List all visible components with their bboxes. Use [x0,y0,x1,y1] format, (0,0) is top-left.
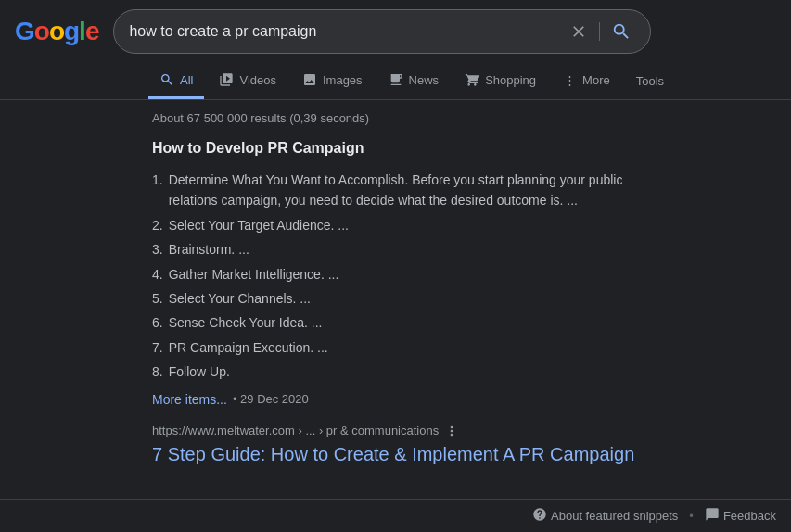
about-snippets-label: About featured snippets [551,509,678,523]
question-icon [532,507,547,525]
more-items-row: More items... • 29 Dec 2020 [152,392,639,407]
tab-images-label: Images [323,73,363,87]
list-item: 7. PR Campaign Execution. ... [152,336,639,360]
result-url: https://www.meltwater.com › ... › pr & c… [152,424,439,437]
list-item: 8. Follow Up. [152,360,639,384]
feedback-link[interactable]: Feedback [705,507,776,525]
search-button[interactable] [607,18,635,45]
list-item: 2. Select Your Target Audience. ... [152,213,639,237]
search-divider [599,22,600,41]
result-url-row: https://www.meltwater.com › ... › pr & c… [152,422,639,440]
videos-icon [219,72,234,87]
list-item: 3. Brainstorm. ... [152,237,639,261]
google-logo: Google [15,17,98,46]
snippet-list: 1. Determine What You Want to Accomplish… [152,168,639,385]
result-more-icon [444,424,459,438]
results-count: About 67 500 000 results (0,39 seconds) [152,111,639,125]
tab-more[interactable]: ⋮ More [551,63,621,99]
images-icon [302,72,317,87]
list-item: 5. Select Your Channels. ... [152,286,639,310]
snippet-date: • 29 Dec 2020 [233,392,309,406]
clear-icon [569,22,588,41]
tab-shopping-label: Shopping [485,73,536,87]
nav-tabs: All Videos Images News Shopp [0,63,791,100]
search-bar [113,9,651,54]
tab-shopping[interactable]: Shopping [453,63,547,99]
tab-all[interactable]: All [148,63,204,99]
snippet-title: How to Develop PR Campaign [152,140,639,157]
tab-images[interactable]: Images [291,63,374,99]
bottom-separator: • [689,509,694,523]
tools-button[interactable]: Tools [625,65,675,97]
search-icon [611,21,632,42]
tab-more-label: More [582,73,610,87]
feedback-label: Feedback [723,509,776,523]
search-input[interactable] [129,23,558,40]
tab-news-label: News [409,73,440,87]
header: Google [0,0,791,63]
feedback-icon [705,507,720,525]
results-area: About 67 500 000 results (0,39 seconds) … [0,100,791,484]
clear-button[interactable] [566,19,592,44]
search-result: https://www.meltwater.com › ... › pr & c… [152,422,639,465]
result-title[interactable]: 7 Step Guide: How to Create & Implement … [152,444,634,464]
tab-videos-label: Videos [239,73,276,87]
tab-videos[interactable]: Videos [208,63,287,99]
list-item: 4. Gather Market Intelligence. ... [152,262,639,286]
shopping-icon [465,72,479,87]
featured-snippet: How to Develop PR Campaign 1. Determine … [152,140,639,407]
result-more-button[interactable] [442,422,461,440]
tab-news[interactable]: News [377,63,451,99]
list-item: 6. Sense Check Your Idea. ... [152,310,639,335]
more-items-link[interactable]: More items... [152,392,227,407]
news-icon [389,72,403,87]
about-snippets-link[interactable]: About featured snippets [532,507,678,525]
list-item: 1. Determine What You Want to Accomplish… [152,168,639,213]
bottom-bar: About featured snippets • Feedback [0,499,791,532]
tab-all-label: All [180,73,193,87]
all-icon [159,72,174,87]
more-icon: ⋮ [562,72,577,87]
